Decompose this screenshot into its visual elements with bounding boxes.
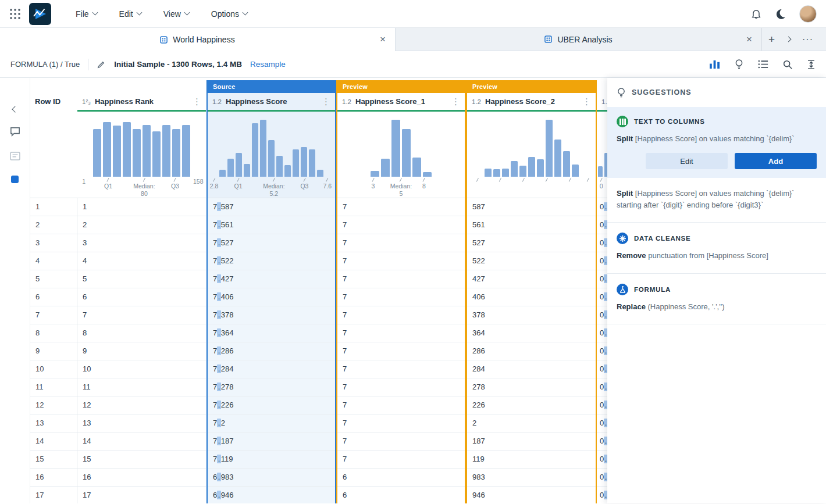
- column-histogram[interactable]: [208, 112, 335, 177]
- cell[interactable]: 6: [77, 288, 206, 306]
- cell[interactable]: 587: [467, 198, 596, 216]
- column-histogram[interactable]: [467, 112, 596, 177]
- cell[interactable]: 15: [30, 451, 77, 469]
- cell[interactable]: 16: [77, 469, 206, 487]
- cell[interactable]: 0.6: [597, 324, 607, 342]
- cell[interactable]: 17: [30, 487, 77, 503]
- user-avatar[interactable]: [799, 5, 817, 23]
- cell[interactable]: 364: [467, 324, 596, 342]
- add-button[interactable]: Add: [735, 153, 817, 169]
- cell[interactable]: 7.561: [208, 216, 335, 234]
- close-tab-icon[interactable]: ×: [746, 34, 752, 45]
- cell[interactable]: 0.5: [597, 451, 607, 469]
- recipe-steps-icon[interactable]: [11, 176, 19, 183]
- cell[interactable]: 8: [77, 324, 206, 342]
- cell[interactable]: 406: [467, 288, 596, 306]
- cell[interactable]: 12: [30, 396, 77, 414]
- cell[interactable]: 7.278: [208, 378, 335, 396]
- cell[interactable]: 7: [337, 360, 465, 378]
- cell[interactable]: 7: [337, 306, 465, 324]
- cell[interactable]: 378: [467, 306, 596, 324]
- cell[interactable]: 13: [77, 414, 206, 432]
- cell[interactable]: 7: [30, 306, 77, 324]
- cell[interactable]: 119: [467, 451, 596, 469]
- cell[interactable]: 187: [467, 432, 596, 451]
- cell[interactable]: 7: [337, 324, 465, 342]
- app-grid-icon[interactable]: [9, 8, 21, 20]
- cell[interactable]: 5: [30, 270, 77, 288]
- dark-mode-moon-icon[interactable]: [775, 8, 786, 20]
- cell[interactable]: 7: [337, 378, 465, 396]
- column-menu-icon[interactable]: ⋮: [322, 96, 330, 107]
- cell[interactable]: 5: [77, 270, 206, 288]
- tab-overflow-menu-icon[interactable]: ···: [802, 34, 813, 45]
- comments-icon[interactable]: [10, 127, 20, 137]
- scroll-tabs-right-icon[interactable]: [786, 37, 792, 42]
- cell[interactable]: 527: [467, 234, 596, 252]
- cell[interactable]: 7: [337, 234, 465, 252]
- cell[interactable]: 6.946: [208, 487, 335, 503]
- cell[interactable]: 0.6: [597, 252, 607, 270]
- cell[interactable]: 7: [337, 414, 465, 432]
- cell[interactable]: 1: [30, 198, 77, 216]
- menu-view[interactable]: View: [163, 9, 189, 19]
- column-header[interactable]: 1.2Happiness Score_1⋮: [337, 93, 465, 112]
- cell[interactable]: 7.226: [208, 396, 335, 414]
- tab-uber-analysis[interactable]: UBER Analysis ×: [396, 28, 762, 51]
- column-profiles-icon[interactable]: [709, 59, 720, 69]
- menu-edit[interactable]: Edit: [119, 9, 141, 19]
- column-histogram[interactable]: [30, 112, 77, 177]
- menu-file[interactable]: File: [76, 9, 97, 19]
- cell[interactable]: 11: [30, 378, 77, 396]
- cell[interactable]: 0.6: [597, 487, 607, 503]
- cell[interactable]: 7.587: [208, 198, 335, 216]
- cell[interactable]: 6: [30, 288, 77, 306]
- cell[interactable]: 0.6: [597, 270, 607, 288]
- cell[interactable]: 3: [77, 234, 206, 252]
- cell[interactable]: 10: [77, 360, 206, 378]
- cell[interactable]: 0.6: [597, 288, 607, 306]
- cell[interactable]: 0.6: [597, 216, 607, 234]
- cell[interactable]: 7.527: [208, 234, 335, 252]
- cell[interactable]: 17: [77, 487, 206, 503]
- cell[interactable]: 7: [337, 396, 465, 414]
- cell[interactable]: 14: [30, 432, 77, 451]
- cell[interactable]: 0.6: [597, 198, 607, 216]
- column-header[interactable]: 1.2Happiness Score_2⋮: [467, 93, 596, 112]
- close-tab-icon[interactable]: ×: [380, 34, 386, 45]
- cell[interactable]: 7: [337, 288, 465, 306]
- suggestion-card-formula[interactable]: FORMULA Replace (Happiness Score, '.',''…: [607, 274, 826, 324]
- cell[interactable]: 16: [30, 469, 77, 487]
- cell[interactable]: 9: [30, 342, 77, 360]
- collapse-panel-icon[interactable]: [807, 59, 816, 70]
- collapse-sidebar-icon[interactable]: [12, 106, 18, 112]
- suggestion-card-data-cleanse[interactable]: DATA CLEANSE Remove punctuation from [Ha…: [607, 223, 826, 273]
- cell[interactable]: 0.6: [597, 360, 607, 378]
- cell[interactable]: 0.6: [597, 234, 607, 252]
- search-icon[interactable]: [782, 59, 793, 70]
- tab-world-happiness[interactable]: World Happiness ×: [0, 28, 396, 51]
- notifications-bell-icon[interactable]: [750, 8, 762, 20]
- column-histogram[interactable]: [337, 112, 465, 177]
- cell[interactable]: 0.4: [597, 469, 607, 487]
- cell[interactable]: 7: [337, 198, 465, 216]
- cell[interactable]: 0.6: [597, 414, 607, 432]
- cell[interactable]: 7: [337, 451, 465, 469]
- cell[interactable]: 11: [77, 378, 206, 396]
- edit-button[interactable]: Edit: [646, 153, 728, 169]
- cell[interactable]: 7.406: [208, 288, 335, 306]
- cell[interactable]: 7.286: [208, 342, 335, 360]
- cell[interactable]: 7: [337, 216, 465, 234]
- suggestion-card-split-alt[interactable]: Split [Happiness Score] on values matchi…: [607, 178, 826, 223]
- cell[interactable]: 7.364: [208, 324, 335, 342]
- details-panel-icon[interactable]: [10, 152, 20, 160]
- column-histogram[interactable]: [597, 112, 607, 177]
- cell[interactable]: 0.4: [597, 432, 607, 451]
- cell[interactable]: 6: [337, 469, 465, 487]
- cell[interactable]: 4: [77, 252, 206, 270]
- column-histogram[interactable]: [77, 112, 206, 177]
- cell[interactable]: 6: [337, 487, 465, 503]
- cell[interactable]: 7.427: [208, 270, 335, 288]
- suggestions-lightbulb-icon[interactable]: [734, 59, 744, 70]
- cell[interactable]: 7.522: [208, 252, 335, 270]
